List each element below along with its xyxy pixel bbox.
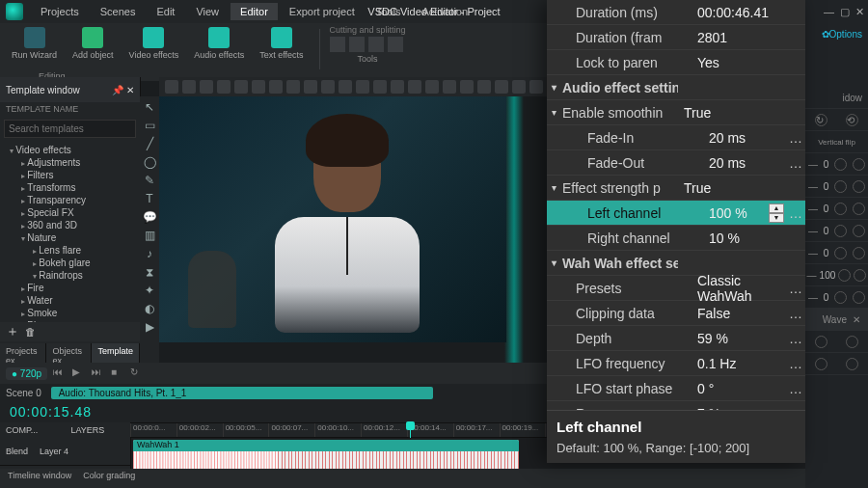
doc-tool-12-icon[interactable] xyxy=(373,80,387,94)
counter-tool-icon[interactable]: ⧗ xyxy=(143,265,156,279)
loop-row-icon[interactable] xyxy=(853,158,865,171)
prop-value[interactable]: 0 ° xyxy=(692,381,786,396)
more-icon[interactable]: … xyxy=(786,381,805,396)
doc-tool-6-icon[interactable] xyxy=(269,80,283,94)
doc-tool-5-icon[interactable] xyxy=(252,80,265,94)
doc-tool-20-icon[interactable] xyxy=(512,80,526,94)
tree-node[interactable]: Filters xyxy=(0,169,140,181)
menu-edit[interactable]: Edit xyxy=(147,3,184,20)
more-icon[interactable]: … xyxy=(786,130,805,146)
minimize-icon[interactable]: — xyxy=(824,6,834,17)
doc-tool-15-icon[interactable] xyxy=(425,80,439,94)
doc-tool-8-icon[interactable] xyxy=(304,80,317,94)
chart-tool-icon[interactable]: ▥ xyxy=(143,229,156,242)
loop-icon[interactable] xyxy=(815,336,827,348)
ribbon-add-object[interactable]: Add object xyxy=(67,25,120,62)
tree-node[interactable]: Transparency xyxy=(0,194,140,206)
pointer-tool-icon[interactable]: ↖ xyxy=(143,100,156,114)
more-icon[interactable]: … xyxy=(786,331,805,346)
tree-node[interactable]: Raindrops xyxy=(0,269,140,282)
doc-tool-13-icon[interactable] xyxy=(391,80,404,94)
stop-icon[interactable]: ■ xyxy=(111,366,124,380)
menu-view[interactable]: View xyxy=(186,3,229,20)
prop-fadein-value[interactable]: 20 ms xyxy=(703,130,786,146)
doc-tool-18-icon[interactable] xyxy=(477,80,491,94)
tree-node[interactable]: Bokeh glare xyxy=(0,257,140,269)
sliver-value[interactable]: 0 xyxy=(824,226,829,236)
prop-strength-value[interactable]: True xyxy=(678,180,805,196)
expander-icon[interactable]: ▾ xyxy=(547,258,560,268)
expander-icon[interactable]: ▾ xyxy=(547,82,560,93)
line-tool-icon[interactable]: ╱ xyxy=(143,137,156,150)
expander-icon[interactable]: ▾ xyxy=(547,107,560,118)
ellipse-tool-icon[interactable]: ◯ xyxy=(143,155,156,169)
scene-tab[interactable]: Scene 0 xyxy=(6,388,41,398)
pen-tool-icon[interactable]: ✎ xyxy=(143,174,156,187)
strip-comp[interactable]: COMP... xyxy=(0,422,66,438)
more-icon[interactable]: … xyxy=(786,155,805,171)
vflip-label[interactable]: Vertical flip xyxy=(818,138,855,147)
sliver-value[interactable]: 0 xyxy=(824,181,829,192)
loop-row-icon[interactable] xyxy=(854,269,866,282)
step-fwd-icon[interactable]: ⏭ xyxy=(92,366,105,380)
reset-row-icon[interactable] xyxy=(834,225,847,237)
doc-tool-4-icon[interactable] xyxy=(234,80,248,94)
doc-tool-14-icon[interactable] xyxy=(408,80,421,94)
doc-tool-17-icon[interactable] xyxy=(460,80,474,94)
tree-node[interactable]: Nature xyxy=(0,231,140,244)
reset-row-icon[interactable] xyxy=(834,203,847,215)
sliver-value[interactable]: 0 xyxy=(824,203,829,214)
loop-row-icon[interactable] xyxy=(853,180,865,193)
menu-editor[interactable]: Editor xyxy=(231,3,278,20)
tree-node[interactable]: Water xyxy=(0,294,140,307)
step-back-icon[interactable]: ⏮ xyxy=(53,366,67,380)
prop-fadeout-value[interactable]: 20 ms xyxy=(703,155,786,171)
delete-template-icon[interactable]: 🗑 xyxy=(25,326,36,338)
loop-icon[interactable]: ↻ xyxy=(130,366,144,380)
tab-objects-explorer[interactable]: Objects ex... xyxy=(46,343,92,363)
prop-value[interactable]: Classic WahWah xyxy=(692,273,786,304)
mask-tool-icon[interactable]: ◐ xyxy=(143,302,156,315)
tree-node[interactable]: Transforms xyxy=(0,181,140,194)
maximize-icon[interactable]: ▢ xyxy=(840,6,850,18)
strip-layers[interactable]: LAYERS xyxy=(66,422,131,438)
doc-tool-21-icon[interactable] xyxy=(529,80,543,94)
doc-tool-16-icon[interactable] xyxy=(443,80,456,94)
tree-node[interactable]: Fire xyxy=(0,282,140,294)
tree-node[interactable]: Special FX xyxy=(0,206,140,219)
pin-icon[interactable]: 📌 ✕ xyxy=(112,85,134,95)
more-icon[interactable]: … xyxy=(786,281,805,296)
options-button[interactable]: ✿Options xyxy=(822,29,862,40)
audio-tool-icon[interactable]: ♪ xyxy=(143,247,156,260)
doc-tool-2-icon[interactable] xyxy=(200,80,213,94)
prop-left-channel-value[interactable]: 100 %▲▼ xyxy=(703,203,786,223)
resolution-indicator[interactable]: ● 720p xyxy=(6,367,47,380)
reset-row-icon[interactable] xyxy=(834,247,847,259)
prop-duration-ms-value[interactable]: 00:00:46.41 xyxy=(692,5,805,20)
doc-tool-1-icon[interactable] xyxy=(182,80,196,94)
sliver-value[interactable]: 100 xyxy=(820,270,836,281)
tree-node[interactable]: Lens flare xyxy=(0,244,140,257)
loop-icon[interactable] xyxy=(815,358,827,370)
menu-projects[interactable]: Projects xyxy=(31,3,89,20)
sliver-value[interactable]: 0 xyxy=(824,248,829,258)
loop-icon[interactable] xyxy=(846,336,858,348)
prop-lock-parent-value[interactable]: Yes xyxy=(692,55,805,70)
ribbon-video-effects[interactable]: Video effects xyxy=(123,25,185,62)
tree-node[interactable]: Smoke xyxy=(0,307,140,319)
loop-row-icon[interactable] xyxy=(853,225,865,237)
ribbon-audio-effects[interactable]: Audio effects xyxy=(188,25,250,62)
doc-tool-0-icon[interactable] xyxy=(165,80,178,94)
doc-tool-19-icon[interactable] xyxy=(495,80,508,94)
tooltip-tool-icon[interactable]: 💬 xyxy=(143,210,156,224)
doc-tool-7-icon[interactable] xyxy=(286,80,300,94)
loop-row-icon[interactable] xyxy=(853,247,865,259)
trim-tool-icon[interactable] xyxy=(368,37,384,52)
menu-scenes[interactable]: Scenes xyxy=(91,3,146,20)
preview-viewport[interactable] xyxy=(159,96,506,342)
doc-tool-11-icon[interactable] xyxy=(356,80,369,94)
reset-row-icon[interactable] xyxy=(834,180,847,193)
loop-row-icon[interactable] xyxy=(853,291,865,304)
menu-activation[interactable]: Activation xyxy=(412,3,477,20)
bottom-tab-color[interactable]: Color grading xyxy=(83,471,135,486)
